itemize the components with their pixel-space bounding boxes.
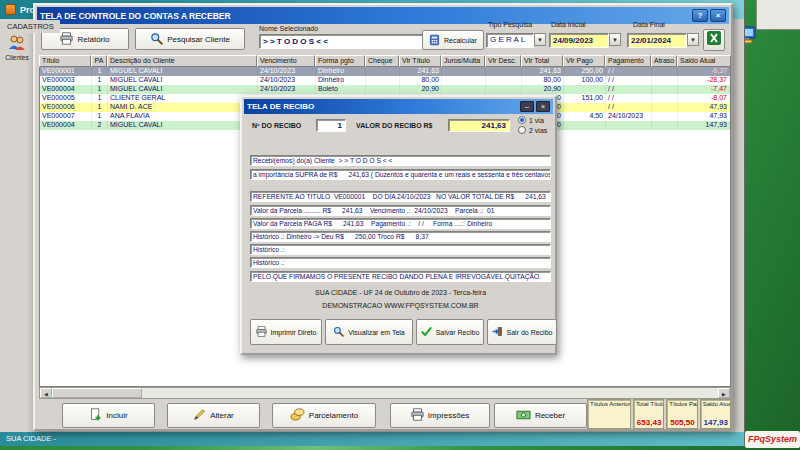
- column-header[interactable]: Saldo Atual: [677, 55, 731, 67]
- imprimir-direto-button[interactable]: Imprimir Direto: [250, 319, 322, 345]
- table-cell: [564, 121, 606, 130]
- table-cell: [652, 76, 678, 85]
- recibo-historico3-line[interactable]: Histórico .:: [250, 257, 551, 268]
- money-icon: [516, 409, 531, 423]
- column-header[interactable]: Pagamento: [605, 55, 651, 67]
- table-row[interactable]: VE0000011MIGUEL CAVALI24/10/2023Dinheiro…: [40, 67, 730, 76]
- recibo-importancia-line[interactable]: a importância SUPRA de R$ 241,63 ( Duzen…: [250, 169, 551, 180]
- recibo-historico1-line[interactable]: Histórico .: Dinheiro -> Deu R$ 250,00 T…: [250, 231, 551, 242]
- table-cell: 2: [92, 121, 108, 130]
- summary-panel: Títulos Anteriores Total Títulos 653,43 …: [587, 399, 731, 429]
- table-cell: 80,00: [400, 76, 442, 85]
- radio-2-vias[interactable]: 2 vias: [518, 126, 547, 134]
- recibo-paga-line: Valor da Parcela PAGA R$ 241,63 Pagament…: [250, 218, 551, 229]
- table-row[interactable]: VE0000031MIGUEL CAVALI24/10/2023Dinheiro…: [40, 76, 730, 85]
- radio-1-via[interactable]: 1 via: [518, 116, 547, 124]
- menu-cadastros[interactable]: CADASTROS: [2, 20, 60, 33]
- scroll-left-button[interactable]: ◀: [40, 388, 52, 398]
- close-icon[interactable]: ×: [536, 101, 550, 112]
- table-cell: 24/10/2023: [606, 112, 652, 121]
- column-header[interactable]: Forma pgto: [315, 55, 365, 67]
- sair-recibo-button[interactable]: Sair do Recibo: [487, 319, 557, 345]
- column-header[interactable]: Título: [39, 55, 91, 67]
- tipo-pesquisa-value: G E R A L: [486, 33, 534, 48]
- summary-label: Títulos Anteriores: [590, 401, 628, 407]
- chevron-down-icon[interactable]: ▼: [534, 33, 546, 46]
- table-cell: MIGUEL CAVALI: [108, 76, 258, 85]
- scrollbar-thumb[interactable]: [52, 388, 142, 398]
- table-cell: 24/10/2023: [258, 76, 316, 85]
- data-inicial-input[interactable]: [549, 33, 609, 48]
- table-cell: [652, 103, 678, 112]
- table-cell: [652, 67, 678, 76]
- calendar-dropdown-icon[interactable]: ▼: [609, 33, 621, 46]
- numero-recibo-input[interactable]: [316, 119, 346, 132]
- table-cell: Dinheiro: [316, 67, 366, 76]
- column-header[interactable]: Vlr Pago: [563, 55, 605, 67]
- table-cell: 147,93: [678, 121, 730, 130]
- table-cell: 1: [92, 76, 108, 85]
- table-cell: [366, 67, 400, 76]
- column-header[interactable]: Vlr Desc.: [485, 55, 521, 67]
- recalcular-button[interactable]: Recalcular: [422, 30, 484, 50]
- pesquisar-cliente-button[interactable]: Pesquisar Cliente: [135, 28, 245, 50]
- minimize-button[interactable]: –: [520, 101, 534, 112]
- table-cell: VE000004: [40, 85, 92, 94]
- help-button[interactable]: ?: [692, 9, 708, 22]
- data-final-picker[interactable]: ▼: [627, 33, 699, 48]
- printer-icon: [256, 326, 267, 338]
- receipt-buttons: Imprimir Direto Visualizar em Tela Salva…: [250, 319, 551, 345]
- relatorio-label: Relatório: [77, 35, 109, 44]
- receipt-titlebar[interactable]: TELA DE RECIBO – ×: [244, 99, 553, 114]
- recibo-historico2-line[interactable]: Histórico .:: [250, 244, 551, 255]
- horizontal-scrollbar[interactable]: ◀ ▶: [39, 387, 731, 399]
- parcelamento-button[interactable]: Parcelamento: [272, 403, 376, 428]
- column-header[interactable]: PA: [91, 55, 107, 67]
- table-cell: 250,00: [564, 67, 606, 76]
- search-icon: [150, 32, 163, 47]
- table-cell: Dinheiro: [316, 76, 366, 85]
- calendar-dropdown-icon[interactable]: ▼: [687, 33, 699, 46]
- column-header[interactable]: Vencimento: [257, 55, 315, 67]
- column-header[interactable]: Descrição do Cliente: [107, 55, 257, 67]
- table-cell: [652, 85, 678, 94]
- salvar-recibo-button[interactable]: Salvar Recibo: [416, 319, 484, 345]
- table-cell: VE000005: [40, 94, 92, 103]
- summary-label: Saldo Atual: [703, 401, 728, 407]
- impressoes-button[interactable]: Impressões: [390, 403, 490, 428]
- alterar-button[interactable]: Alterar: [167, 403, 260, 428]
- main-window-titlebar[interactable]: TELA DE CONTROLE DO CONTAS A RECEBER ? ×: [37, 7, 729, 24]
- column-header[interactable]: Juros/Multa: [441, 55, 485, 67]
- recalcular-label: Recalcular: [444, 37, 477, 44]
- close-button[interactable]: ×: [710, 9, 726, 22]
- data-final-input[interactable]: [627, 33, 687, 48]
- table-cell: 47,93: [678, 112, 730, 121]
- scrollbar-track[interactable]: [142, 388, 718, 398]
- column-header[interactable]: Vlr Título: [399, 55, 441, 67]
- table-cell: -28,37: [678, 76, 730, 85]
- toolbar-item-clientes[interactable]: Clientes: [2, 34, 32, 72]
- table-cell: [486, 76, 522, 85]
- calculator-icon: [429, 34, 440, 47]
- incluir-label: Incluir: [106, 411, 127, 420]
- table-cell: Boleto: [316, 85, 366, 94]
- table-cell: 24/10/2023: [258, 85, 316, 94]
- table-row[interactable]: VE0000041MIGUEL CAVALI24/10/2023Boleto20…: [40, 85, 730, 94]
- table-cell: / /: [606, 85, 652, 94]
- brand-logo: FPqSystem: [745, 431, 800, 448]
- export-excel-button[interactable]: [703, 29, 725, 51]
- tipo-pesquisa-combo[interactable]: G E R A L ▼: [486, 33, 546, 48]
- column-header[interactable]: Atraso: [651, 55, 677, 67]
- scroll-right-button[interactable]: ▶: [718, 388, 730, 398]
- column-header[interactable]: Vlr Total: [521, 55, 563, 67]
- valor-recibo-input[interactable]: [448, 119, 510, 132]
- table-cell: 151,00: [564, 94, 606, 103]
- column-header[interactable]: Cheque: [365, 55, 399, 67]
- visualizar-tela-button[interactable]: Visualizar em Tela: [325, 319, 413, 345]
- receber-button[interactable]: Receber: [494, 403, 587, 428]
- background-window: [756, 0, 800, 30]
- valor-recibo-label: VALOR DO RECIBO R$: [356, 122, 433, 129]
- incluir-button[interactable]: Incluir: [62, 403, 155, 428]
- data-inicial-picker[interactable]: ▼: [549, 33, 621, 48]
- recibo-cliente-line[interactable]: Recebi(emos) do(a) Cliente > > T O D O S…: [250, 155, 551, 166]
